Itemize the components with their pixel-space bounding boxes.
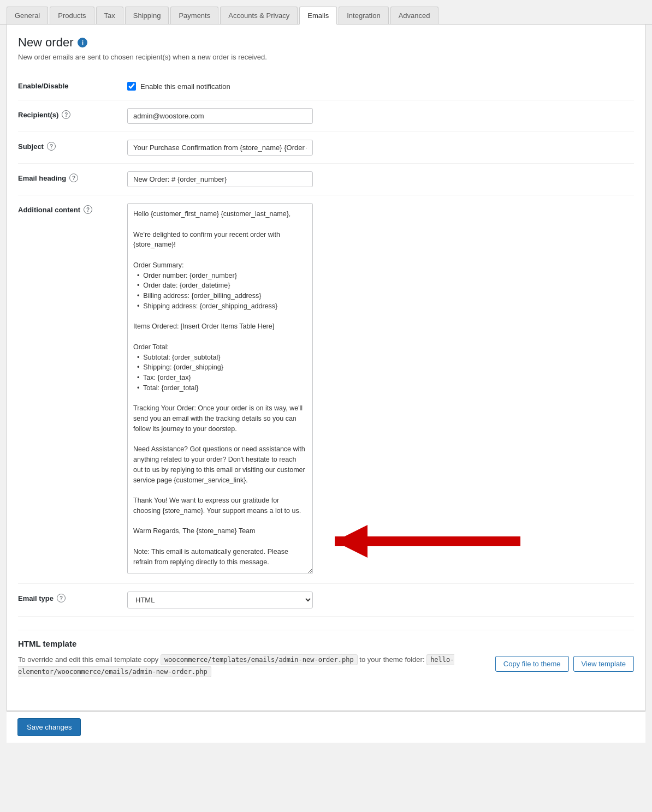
tabs-bar: General Products Tax Shipping Payments A… bbox=[0, 0, 652, 25]
tab-integration[interactable]: Integration bbox=[339, 7, 388, 24]
page-help-icon[interactable]: i bbox=[78, 38, 87, 47]
email-type-help-icon[interactable]: ? bbox=[57, 594, 66, 602]
form-table: Enable/Disable Enable this email notific… bbox=[18, 72, 634, 617]
recipients-input[interactable] bbox=[127, 108, 313, 124]
additional-content-textarea[interactable] bbox=[127, 203, 313, 574]
subject-label: Subject bbox=[18, 142, 44, 151]
enable-disable-field: Enable this email notification bbox=[127, 80, 634, 91]
additional-content-label: Additional content bbox=[18, 206, 80, 214]
tab-emails[interactable]: Emails bbox=[299, 7, 337, 25]
template-desc-prefix: To override and edit this email template… bbox=[18, 655, 158, 664]
row-additional-content: Additional content ? bbox=[18, 195, 634, 584]
tab-advanced[interactable]: Advanced bbox=[390, 7, 438, 24]
row-enable-disable: Enable/Disable Enable this email notific… bbox=[18, 72, 634, 100]
subject-help-icon[interactable]: ? bbox=[47, 142, 56, 151]
tab-payments[interactable]: Payments bbox=[170, 7, 218, 24]
additional-content-help-icon[interactable]: ? bbox=[84, 205, 92, 214]
tab-general[interactable]: General bbox=[7, 7, 48, 24]
recipients-label-row: Recipient(s) ? bbox=[18, 110, 116, 119]
tab-accounts-privacy[interactable]: Accounts & Privacy bbox=[220, 7, 298, 24]
enable-disable-label-row: Enable/Disable bbox=[18, 82, 116, 90]
red-arrow-annotation bbox=[302, 520, 520, 563]
template-desc-middle: to your theme folder: bbox=[359, 655, 424, 664]
recipients-label: Recipient(s) bbox=[18, 111, 58, 119]
page-description: New order emails are sent to chosen reci… bbox=[18, 53, 634, 61]
tab-shipping[interactable]: Shipping bbox=[125, 7, 169, 24]
additional-content-wrapper bbox=[127, 203, 313, 576]
svg-marker-1 bbox=[335, 525, 368, 558]
email-heading-input[interactable] bbox=[127, 171, 313, 187]
email-type-label-row: Email type ? bbox=[18, 594, 116, 602]
recipients-help-icon[interactable]: ? bbox=[62, 110, 70, 119]
email-heading-help-icon[interactable]: ? bbox=[69, 174, 78, 182]
enable-checkbox-label: Enable this email notification bbox=[140, 82, 230, 91]
html-template-title: HTML template bbox=[18, 639, 634, 648]
html-template-section: HTML template To override and edit this … bbox=[18, 630, 634, 678]
content-area: New order i New order emails are sent to… bbox=[7, 25, 645, 711]
row-email-type: Email type ? HTML Plain text Multipart bbox=[18, 584, 634, 617]
row-recipients: Recipient(s) ? bbox=[18, 100, 634, 132]
email-type-label: Email type bbox=[18, 594, 54, 602]
additional-content-label-row: Additional content ? bbox=[18, 205, 116, 214]
tab-tax[interactable]: Tax bbox=[96, 7, 123, 24]
page-title-row: New order i bbox=[18, 35, 634, 50]
save-changes-button[interactable]: Save changes bbox=[17, 718, 81, 736]
row-subject: Subject ? bbox=[18, 132, 634, 164]
email-type-select[interactable]: HTML Plain text Multipart bbox=[127, 592, 313, 608]
view-template-button[interactable]: View template bbox=[573, 656, 634, 672]
page-title: New order bbox=[18, 35, 73, 50]
enable-disable-label: Enable/Disable bbox=[18, 82, 68, 90]
email-heading-label: Email heading bbox=[18, 174, 66, 182]
save-bar: Save changes bbox=[7, 711, 645, 743]
copy-file-to-theme-button[interactable]: Copy file to theme bbox=[495, 656, 569, 672]
subject-label-row: Subject ? bbox=[18, 142, 116, 151]
subject-input[interactable] bbox=[127, 140, 313, 156]
template-button-group: Copy file to theme View template bbox=[495, 656, 634, 672]
template-file-path: woocommerce/templates/emails/admin-new-o… bbox=[161, 654, 358, 665]
template-desc-row: To override and edit this email template… bbox=[18, 654, 634, 678]
template-description: To override and edit this email template… bbox=[18, 654, 495, 678]
row-email-heading: Email heading ? bbox=[18, 164, 634, 195]
enable-checkbox[interactable] bbox=[127, 82, 136, 91]
email-heading-label-row: Email heading ? bbox=[18, 174, 116, 182]
tab-products[interactable]: Products bbox=[50, 7, 94, 24]
